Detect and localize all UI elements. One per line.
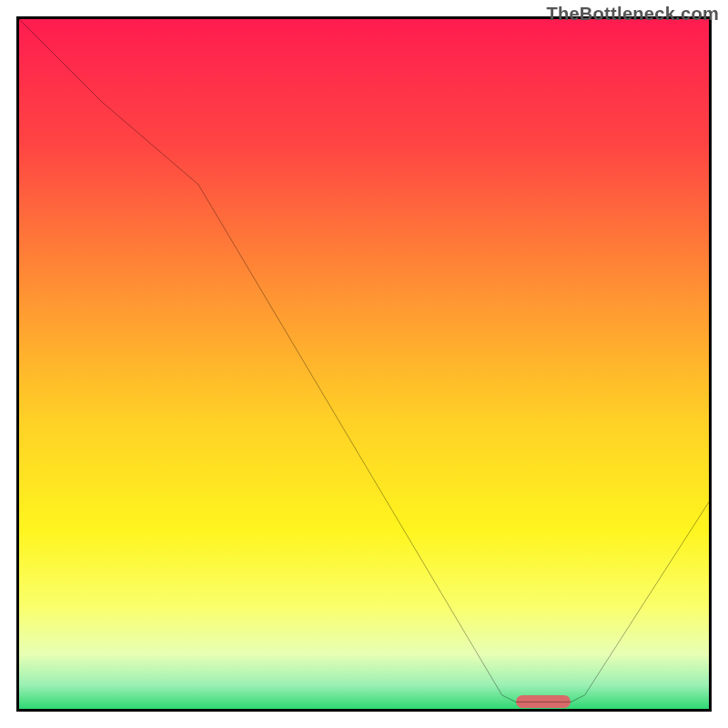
- plot-frame: [16, 16, 712, 712]
- bottleneck-curve: [19, 19, 709, 709]
- chart-container: TheBottleneck.com: [0, 0, 728, 728]
- watermark-text: TheBottleneck.com: [546, 4, 719, 25]
